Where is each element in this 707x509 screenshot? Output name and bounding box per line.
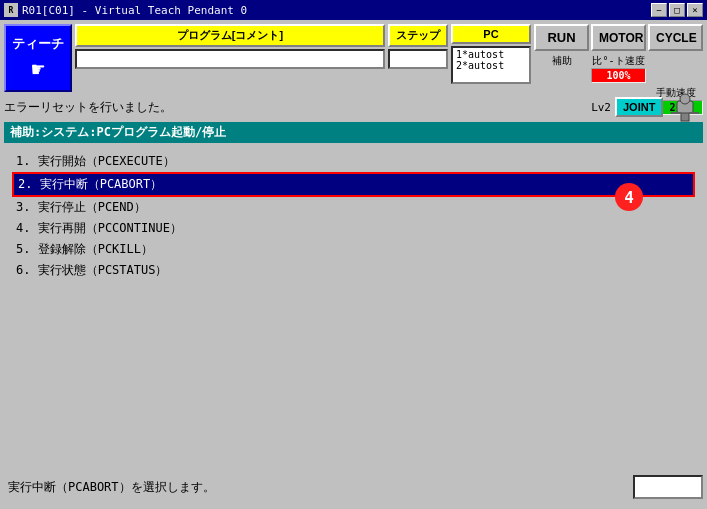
- speed-label: 比°-ト速度: [592, 54, 644, 68]
- maximize-button[interactable]: □: [669, 3, 685, 17]
- teach-button[interactable]: ティーチ ☛: [4, 24, 72, 92]
- toolbar: ティーチ ☛ プログラム[コメント] ステップ PC: [4, 24, 703, 92]
- speed-value: 100%: [591, 68, 646, 83]
- cursor-icon: ☛: [31, 57, 44, 82]
- teach-label: ティーチ: [12, 35, 64, 53]
- window-body: ティーチ ☛ プログラム[コメント] ステップ PC: [0, 20, 707, 509]
- pc-line2: 2*autost: [456, 60, 526, 71]
- pc-line1: 1*autost: [456, 49, 526, 60]
- title-bar-buttons: − □ ×: [651, 3, 703, 17]
- close-button[interactable]: ×: [687, 3, 703, 17]
- pc-display: 1*autost 2*autost: [451, 46, 531, 84]
- lv-area: Lv2: [591, 101, 611, 114]
- status-text: 実行中断（PCABORT）を選択します。: [4, 477, 629, 498]
- minimize-button[interactable]: −: [651, 3, 667, 17]
- prog-comment-input[interactable]: [75, 49, 385, 69]
- prog-comment-button[interactable]: プログラム[コメント]: [75, 24, 385, 47]
- menu-item-6[interactable]: 6. 実行状態（PCSTATUS）: [12, 260, 695, 281]
- lv2-label: Lv2: [591, 101, 611, 114]
- svg-point-2: [680, 94, 690, 104]
- step-button[interactable]: ステップ: [388, 24, 448, 47]
- helper-label: 補助: [534, 54, 589, 68]
- error-text: エラーリセットを行いました。: [4, 99, 587, 116]
- status-input[interactable]: [633, 475, 703, 499]
- middle-row: エラーリセットを行いました。 Lv2 JOINT: [4, 94, 703, 120]
- robot-icon: [667, 89, 703, 125]
- motor-button[interactable]: MOTOR: [591, 24, 646, 51]
- main-content: 1. 実行開始（PCEXECUTE）2. 実行中断（PCABORT）3. 実行停…: [4, 147, 703, 465]
- menu-item-2[interactable]: 2. 実行中断（PCABORT）: [12, 172, 695, 197]
- joint-button[interactable]: JOINT: [615, 97, 663, 117]
- title-bar-icon: R: [4, 3, 18, 17]
- run-button[interactable]: RUN: [534, 24, 589, 51]
- badge: 4: [615, 183, 643, 211]
- menu-item-1[interactable]: 1. 実行開始（PCEXECUTE）: [12, 151, 695, 172]
- menu-item-5[interactable]: 5. 登録解除（PCKILL）: [12, 239, 695, 260]
- menu-item-3[interactable]: 3. 実行停止（PCEND）: [12, 197, 695, 218]
- section-header: 補助:システム:PCプログラム起動/停止: [4, 122, 703, 143]
- bottom-area: 実行中断（PCABORT）を選択します。: [4, 469, 703, 505]
- menu-list: 1. 実行開始（PCEXECUTE）2. 実行中断（PCABORT）3. 実行停…: [12, 151, 695, 281]
- menu-item-4[interactable]: 4. 実行再開（PCCONTINUE）: [12, 218, 695, 239]
- step-input[interactable]: [388, 49, 448, 69]
- cycle-button[interactable]: CYCLE: [648, 24, 703, 51]
- pc-button[interactable]: PC: [451, 24, 531, 44]
- title-bar-title: R01[C01] - Virtual Teach Pendant 0: [22, 4, 651, 17]
- title-bar: R R01[C01] - Virtual Teach Pendant 0 − □…: [0, 0, 707, 20]
